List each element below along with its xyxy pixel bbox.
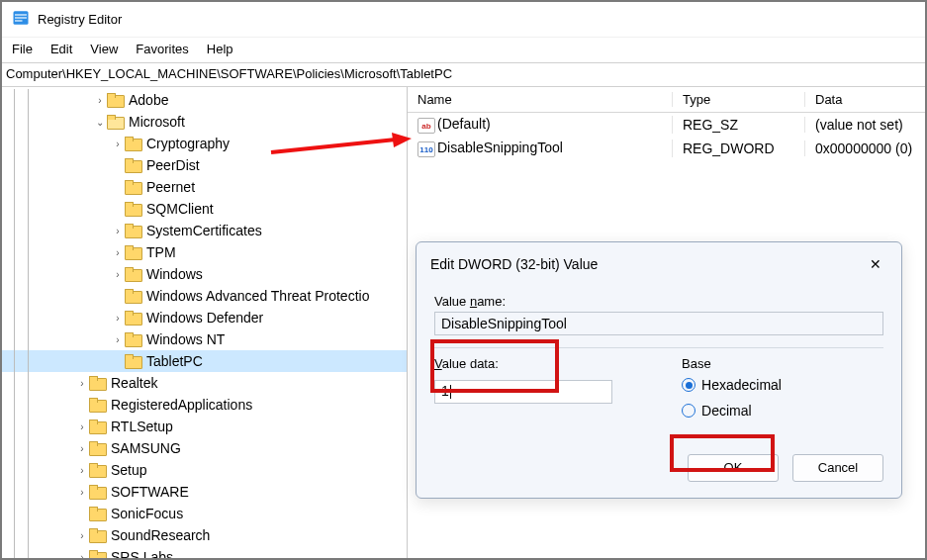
folder-icon	[125, 354, 142, 368]
tree-item-label: Windows Advanced Threat Protectio	[146, 288, 369, 304]
tree-item[interactable]: ›SystemCertificates	[2, 220, 407, 241]
value-row[interactable]: ab(Default)REG_SZ(value not set)	[408, 113, 925, 137]
col-header-data[interactable]: Data	[805, 92, 925, 107]
menu-favorites[interactable]: Favorites	[136, 42, 188, 56]
chevron-right-icon[interactable]: ›	[75, 465, 89, 476]
tree-item[interactable]: ›RTLSetup	[2, 416, 407, 437]
chevron-right-icon[interactable]: ›	[111, 226, 125, 236]
tree-item-label: RegisteredApplications	[111, 397, 252, 413]
tree-item[interactable]: RegisteredApplications	[2, 394, 407, 416]
folder-icon	[89, 398, 107, 412]
window-title: Registry Editor	[38, 12, 122, 27]
tree-item[interactable]: ›Setup	[2, 459, 407, 481]
menu-file[interactable]: File	[12, 42, 33, 56]
tree-item[interactable]: ›Cryptography	[2, 133, 407, 154]
radio-decimal[interactable]: Decimal	[682, 403, 883, 419]
value-name-label: Value name:	[434, 294, 883, 309]
tree-item-label: SAMSUNG	[111, 440, 181, 456]
folder-icon	[125, 202, 142, 216]
tree-item[interactable]: ›Windows	[2, 263, 407, 285]
titlebar: Registry Editor	[2, 2, 925, 38]
folder-icon	[125, 180, 142, 194]
chevron-right-icon[interactable]: ›	[111, 313, 125, 324]
value-name: (Default)	[437, 116, 491, 132]
value-name-field[interactable]	[434, 312, 883, 335]
chevron-right-icon[interactable]: ›	[75, 487, 89, 498]
svg-rect-2	[15, 17, 27, 19]
tree-item[interactable]: PeerDist	[2, 154, 407, 176]
radio-hexadecimal[interactable]: Hexadecimal	[682, 377, 883, 393]
edit-dword-dialog: Edit DWORD (32-bit) Value ✕ Value name: …	[416, 241, 902, 499]
chevron-down-icon[interactable]: ⌄	[93, 117, 107, 128]
tree-item[interactable]: SonicFocus	[2, 503, 407, 524]
close-icon[interactable]: ✕	[864, 252, 887, 276]
chevron-right-icon[interactable]: ›	[75, 443, 89, 454]
tree-item[interactable]: SQMClient	[2, 198, 407, 220]
value-name: DisableSnippingTool	[437, 140, 563, 155]
tree-item[interactable]: ›Adobe	[2, 89, 407, 111]
tree-item-label: Windows NT	[146, 331, 225, 347]
value-data-field[interactable]: 1	[434, 380, 612, 404]
tree-item[interactable]: TabletPC	[2, 350, 407, 372]
tree-item-label: Peernet	[146, 179, 195, 195]
ok-button[interactable]: OK	[688, 454, 779, 482]
tree-item[interactable]: Windows Advanced Threat Protectio	[2, 285, 407, 307]
menu-view[interactable]: View	[90, 42, 118, 56]
value-row[interactable]: 110DisableSnippingToolREG_DWORD0x0000000…	[408, 137, 925, 160]
tree-item[interactable]: ›Windows Defender	[2, 307, 407, 328]
chevron-right-icon[interactable]: ›	[111, 139, 125, 149]
tree-item-label: Cryptography	[146, 136, 230, 151]
chevron-right-icon[interactable]: ›	[75, 552, 89, 559]
chevron-right-icon[interactable]: ›	[75, 530, 89, 541]
tree-item-label: RTLSetup	[111, 419, 173, 434]
tree-item[interactable]: ›SRS Labs	[2, 546, 407, 558]
folder-icon	[125, 224, 142, 237]
chevron-right-icon[interactable]: ›	[93, 95, 107, 106]
value-data: (value not set)	[805, 117, 925, 133]
tree-item[interactable]: ›SoundResearch	[2, 524, 407, 546]
radio-icon	[682, 404, 695, 418]
regedit-icon	[12, 9, 30, 30]
value-data-label: Value data:	[434, 356, 652, 371]
folder-icon	[107, 115, 125, 129]
tree-item[interactable]: ›SOFTWARE	[2, 481, 407, 503]
col-header-type[interactable]: Type	[673, 92, 805, 107]
addressbar[interactable]: Computer\HKEY_LOCAL_MACHINE\SOFTWARE\Pol…	[2, 62, 925, 87]
tree-item-label: Windows	[146, 266, 203, 282]
tree-item[interactable]: Peernet	[2, 176, 407, 198]
chevron-right-icon[interactable]: ›	[75, 421, 89, 432]
tree-item[interactable]: ›Windows NT	[2, 328, 407, 350]
folder-icon	[125, 158, 142, 172]
tree-item[interactable]: ›Realtek	[2, 372, 407, 394]
chevron-right-icon[interactable]: ›	[111, 269, 125, 280]
tree-item[interactable]: ›SAMSUNG	[2, 437, 407, 459]
folder-icon	[89, 507, 107, 520]
folder-icon	[89, 550, 107, 558]
tree-item-label: TPM	[146, 244, 176, 260]
chevron-right-icon[interactable]: ›	[111, 334, 125, 345]
folder-icon	[89, 485, 107, 499]
dialog-title: Edit DWORD (32-bit) Value	[430, 256, 598, 272]
tree-item-label: SOFTWARE	[111, 484, 189, 500]
tree-item-label: SonicFocus	[111, 506, 183, 521]
tree-item[interactable]: ⌄Microsoft	[2, 111, 407, 133]
tree-pane[interactable]: ›Adobe⌄Microsoft›CryptographyPeerDistPee…	[2, 87, 408, 558]
tree-item-label: Setup	[111, 462, 147, 478]
menu-help[interactable]: Help	[207, 42, 233, 56]
folder-icon	[125, 137, 142, 150]
folder-icon	[89, 441, 107, 455]
cancel-button[interactable]: Cancel	[792, 454, 883, 482]
value-type: REG_SZ	[673, 117, 805, 133]
svg-rect-3	[15, 20, 23, 22]
tree-item-label: SoundResearch	[111, 527, 210, 543]
svg-rect-1	[15, 14, 27, 16]
tree-item-label: TabletPC	[146, 353, 203, 369]
chevron-right-icon[interactable]: ›	[111, 247, 125, 258]
base-label: Base	[682, 356, 883, 371]
chevron-right-icon[interactable]: ›	[75, 378, 89, 389]
col-header-name[interactable]: Name	[408, 92, 673, 107]
string-value-icon: ab	[417, 118, 435, 134]
tree-item[interactable]: ›TPM	[2, 241, 407, 263]
tree-item-label: SQMClient	[146, 201, 214, 217]
menu-edit[interactable]: Edit	[50, 42, 72, 56]
